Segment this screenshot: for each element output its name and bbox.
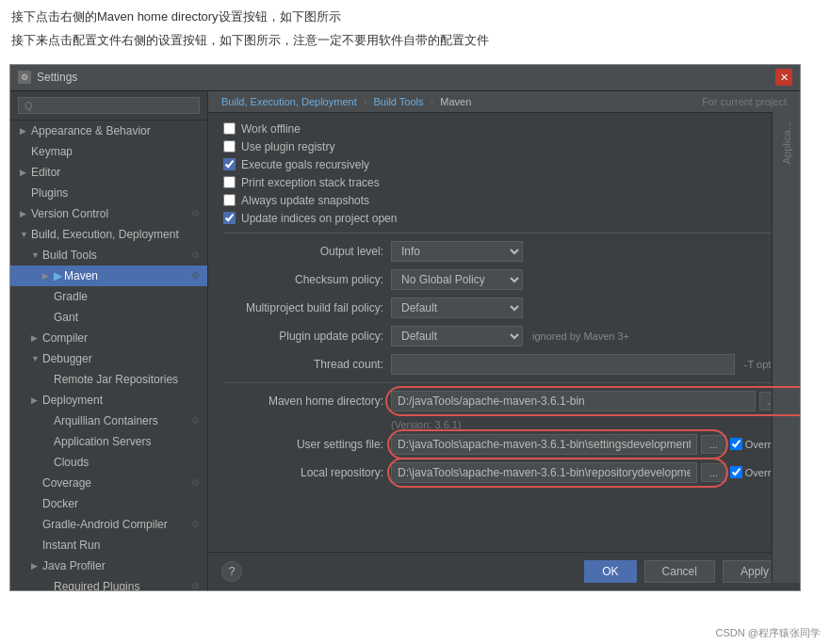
sidebar-arrow: ▶ <box>20 209 31 218</box>
sidebar-item-plugins[interactable]: Plugins <box>10 183 207 203</box>
search-box <box>10 91 207 121</box>
ok-button[interactable]: OK <box>584 560 636 583</box>
sidebar-item-indent: ▶ Version Control <box>20 207 108 220</box>
sidebar-arrow: ▼ <box>31 250 42 260</box>
top-text-1: 接下点击右侧的Maven home directory设置按钮，如下图所示 <box>11 8 819 27</box>
field-label-0: Output level: <box>223 245 383 258</box>
cancel-button[interactable]: Cancel <box>644 560 715 583</box>
sidebar-item-clouds[interactable]: Clouds <box>10 452 207 473</box>
dialog-icon: ⚙ <box>18 71 31 84</box>
sidebar-item-indent: Application Servers <box>42 435 151 448</box>
dropdown-3[interactable]: DefaultAlwaysNeverDaily <box>391 326 523 346</box>
checkbox-2[interactable] <box>223 158 236 170</box>
checkbox-1[interactable] <box>223 140 236 153</box>
sidebar-item-label: Gant <box>54 311 78 324</box>
sidebar-item-gradle-android-compiler[interactable]: Gradle-Android Compiler ⚙ <box>10 514 207 535</box>
sidebar-item-gradle[interactable]: Gradle <box>10 286 207 307</box>
sidebar-item-debugger[interactable]: ▼ Debugger <box>10 348 207 369</box>
field-control-0: InfoDebugError <box>391 241 785 262</box>
checkbox-label-3: Print exception stack traces <box>241 176 380 189</box>
sidebar-item-docker[interactable]: Docker <box>10 493 207 514</box>
text-field-4[interactable] <box>391 354 735 375</box>
bc-build-tools[interactable]: Build Tools <box>373 96 423 107</box>
sidebar-item-indent: Gradle <box>42 290 88 303</box>
field-row-0: Output level: InfoDebugError <box>223 241 785 262</box>
close-button[interactable]: ✕ <box>775 69 792 86</box>
sidebar-item-label: Gradle <box>54 290 88 303</box>
sidebar-item-indent: ▶ Editor <box>20 166 60 179</box>
sidebar-item-indent: Required Plugins <box>42 580 139 590</box>
for-current-project: For current project <box>702 96 787 107</box>
sidebar-item-label: Editor <box>31 166 60 179</box>
sidebar-item-indent: ▼ Debugger <box>31 352 92 365</box>
sidebar-item-editor[interactable]: ▶ Editor <box>10 162 207 183</box>
user-settings-browse-btn[interactable]: ... <box>701 435 726 454</box>
sidebar-item-label: Clouds <box>54 456 89 469</box>
dropdown-1[interactable]: No Global PolicyWarnFailIgnore <box>391 269 523 290</box>
sidebar-item-required-plugins[interactable]: Required Plugins ⚙ <box>10 576 207 590</box>
sidebar-item-build--execution--deployment[interactable]: ▼ Build, Execution, Deployment <box>10 224 207 245</box>
sidebar-item-indent: Arquillian Containers <box>42 414 158 427</box>
sidebar-item-label: Java Profiler <box>42 559 106 572</box>
sidebar-items-container: ▶ Appearance & Behavior Keymap ▶ Editor … <box>10 121 207 590</box>
user-settings-override-check[interactable] <box>730 438 742 450</box>
main-content: Build, Execution, Deployment › Build Too… <box>208 91 800 590</box>
sidebar-item-label: Build, Execution, Deployment <box>31 228 179 241</box>
sidebar-item-instant-run[interactable]: Instant Run <box>10 535 207 555</box>
dropdown-2[interactable]: DefaultNeverAt EndImmediately <box>391 298 523 318</box>
dialog-body: ▶ Appearance & Behavior Keymap ▶ Editor … <box>10 91 800 590</box>
sidebar-item-label: Application Servers <box>54 435 151 448</box>
help-button[interactable]: ? <box>221 561 242 582</box>
sidebar-item-coverage[interactable]: Coverage ⚙ <box>10 473 207 493</box>
sidebar-item-label: Build Tools <box>42 249 97 262</box>
sidebar-item-gant[interactable]: Gant <box>10 307 207 328</box>
maven-home-label: Maven home directory: <box>223 394 383 408</box>
field-control-1: No Global PolicyWarnFailIgnore <box>391 269 785 290</box>
sidebar-arrow: ▶ <box>31 395 42 405</box>
checkbox-5[interactable] <box>223 212 236 224</box>
sidebar-item-build-tools[interactable]: ▼ Build Tools ⚙ <box>10 245 207 266</box>
sidebar-arrow: ▶ <box>20 168 31 177</box>
page-wrapper: 接下点击右侧的Maven home directory设置按钮，如下图所示 接下… <box>0 0 830 644</box>
sidebar-item-java-profiler[interactable]: ▶ Java Profiler <box>10 555 207 576</box>
sidebar-item-indent: Gant <box>42 311 78 324</box>
sidebar-item-label: Appearance & Behavior <box>31 124 151 137</box>
sidebar-item-keymap[interactable]: Keymap <box>10 141 207 162</box>
field-label-2: Multiproject build fail policy: <box>223 301 383 314</box>
sidebar-item-maven[interactable]: ▶ ▶ Maven ⚙ <box>10 266 207 286</box>
checkbox-3[interactable] <box>223 176 236 188</box>
sidebar-item-indent: Coverage <box>31 476 91 490</box>
dialog-footer: ? OK Cancel Apply <box>208 552 800 590</box>
sidebar-item-label: Arquillian Containers <box>54 414 158 427</box>
sidebar-item-indent: Plugins <box>20 186 68 200</box>
sidebar-item-remote-jar-repositories[interactable]: Remote Jar Repositories <box>10 369 207 390</box>
checkbox-4[interactable] <box>223 194 236 206</box>
search-input[interactable] <box>18 97 200 114</box>
user-settings-label: User settings file: <box>223 438 383 451</box>
sidebar-item-arquillian-containers[interactable]: Arquillian Containers ⚙ <box>10 411 207 431</box>
sidebar-item-indent: ▶ Java Profiler <box>31 559 106 572</box>
sidebar-item-deployment[interactable]: ▶ Deployment <box>10 390 207 411</box>
local-repo-label: Local repository: <box>223 466 383 479</box>
local-repo-override-check[interactable] <box>730 466 742 478</box>
separator-1 <box>223 233 785 233</box>
bc-build[interactable]: Build, Execution, Deployment <box>221 96 357 107</box>
maven-home-input[interactable] <box>391 391 756 411</box>
local-repo-input[interactable] <box>391 462 697 483</box>
dropdown-0[interactable]: InfoDebugError <box>391 241 523 262</box>
gear-icon: ⚙ <box>191 519 200 529</box>
user-settings-control: ... Override <box>391 434 785 455</box>
user-settings-input[interactable] <box>391 434 697 455</box>
sidebar-item-indent: Keymap <box>20 145 73 158</box>
local-repo-browse-btn[interactable]: ... <box>701 463 726 482</box>
gear-icon: ⚙ <box>191 270 200 281</box>
sidebar-item-version-control[interactable]: ▶ Version Control ⚙ <box>10 203 207 224</box>
checkbox-label-0: Work offline <box>241 122 301 136</box>
top-text-area: 接下点击右侧的Maven home directory设置按钮，如下图所示 接下… <box>0 0 830 58</box>
sidebar-item-application-servers[interactable]: Application Servers <box>10 431 207 452</box>
checkbox-row-5: Update indices on project open <box>223 212 785 225</box>
checkbox-0[interactable] <box>223 122 236 135</box>
sidebar-item-compiler[interactable]: ▶ Compiler <box>10 328 207 348</box>
sidebar-item-appearance---behavior[interactable]: ▶ Appearance & Behavior <box>10 121 207 141</box>
sidebar: ▶ Appearance & Behavior Keymap ▶ Editor … <box>10 91 208 590</box>
